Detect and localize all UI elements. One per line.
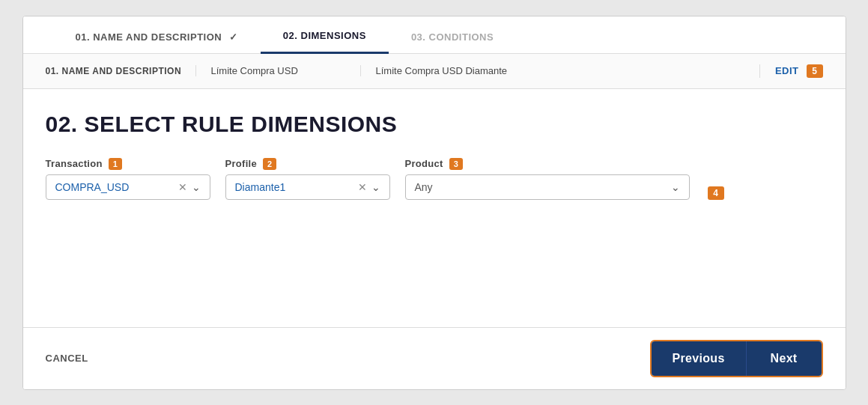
product-field: Product 3 Any ⌄ — [405, 158, 690, 200]
step-dimensions[interactable]: 02. DIMENSIONS — [261, 16, 389, 54]
footer: CANCEL Previous Next — [23, 327, 846, 389]
product-value: Any — [415, 181, 665, 193]
transaction-clear-icon[interactable]: ✕ — [178, 181, 187, 193]
product-badge: 3 — [449, 158, 463, 170]
summary-value2: Límite Compra USD Diamante — [360, 65, 759, 76]
transaction-select[interactable]: COMPRA_USD ✕ ⌄ — [46, 174, 210, 200]
summary-value1: Límite Compra USD — [195, 65, 360, 76]
transaction-value: COMPRA_USD — [55, 181, 172, 193]
profile-field: Profile 2 Diamante1 ✕ ⌄ — [225, 158, 390, 200]
transaction-label: Transaction — [46, 158, 103, 169]
transaction-icons: ✕ ⌄ — [178, 181, 201, 193]
product-label-row: Product 3 — [405, 158, 690, 170]
profile-label-row: Profile 2 — [225, 158, 390, 170]
profile-clear-icon[interactable]: ✕ — [358, 181, 367, 193]
footer-right: Previous Next — [650, 340, 823, 377]
profile-value: Diamante1 — [235, 181, 352, 193]
stepper: 01. NAME AND DESCRIPTION ✓ 02. DIMENSION… — [23, 16, 846, 54]
profile-chevron-icon[interactable]: ⌄ — [371, 181, 380, 193]
checkmark-icon: ✓ — [229, 31, 238, 43]
product-select[interactable]: Any ⌄ — [405, 174, 690, 200]
cancel-button[interactable]: CANCEL — [46, 353, 88, 364]
profile-badge: 2 — [263, 158, 276, 170]
section-title: 02. SELECT RULE DIMENSIONS — [46, 112, 823, 137]
step3-label: 03. CONDITIONS — [411, 31, 494, 43]
transaction-chevron-icon[interactable]: ⌄ — [192, 181, 201, 193]
modal-container: 01. NAME AND DESCRIPTION ✓ 02. DIMENSION… — [22, 16, 846, 390]
summary-section-label: 01. NAME AND DESCRIPTION — [46, 66, 195, 76]
summary-bar: 01. NAME AND DESCRIPTION Límite Compra U… — [23, 54, 846, 89]
step1-label: 01. NAME AND DESCRIPTION — [76, 31, 222, 43]
step-name-and-description[interactable]: 01. NAME AND DESCRIPTION ✓ — [53, 18, 261, 53]
dimensions-form: Transaction 1 COMPRA_USD ✕ ⌄ Profile 2 — [46, 158, 823, 200]
product-chevron-icon[interactable]: ⌄ — [671, 181, 680, 193]
transaction-label-row: Transaction 1 — [46, 158, 210, 170]
step-conditions[interactable]: 03. CONDITIONS — [389, 18, 516, 53]
edit-link[interactable]: EDIT — [775, 65, 799, 76]
profile-label: Profile — [225, 158, 258, 169]
main-content: 02. SELECT RULE DIMENSIONS Transaction 1… — [23, 89, 846, 327]
transaction-field: Transaction 1 COMPRA_USD ✕ ⌄ — [46, 158, 210, 200]
transaction-badge: 1 — [109, 158, 122, 170]
nav-buttons-wrapper: Previous Next — [650, 340, 823, 377]
profile-select[interactable]: Diamante1 ✕ ⌄ — [225, 174, 390, 200]
edit-badge: 5 — [807, 64, 823, 78]
dimension-badge-4: 4 — [708, 186, 724, 200]
product-label: Product — [405, 158, 443, 169]
step2-label: 02. DIMENSIONS — [283, 30, 366, 41]
profile-icons: ✕ ⌄ — [358, 181, 380, 193]
edit-section: EDIT 5 — [759, 64, 823, 78]
previous-button[interactable]: Previous — [652, 341, 746, 376]
product-icons: ⌄ — [671, 181, 680, 193]
next-button[interactable]: Next — [746, 341, 822, 376]
